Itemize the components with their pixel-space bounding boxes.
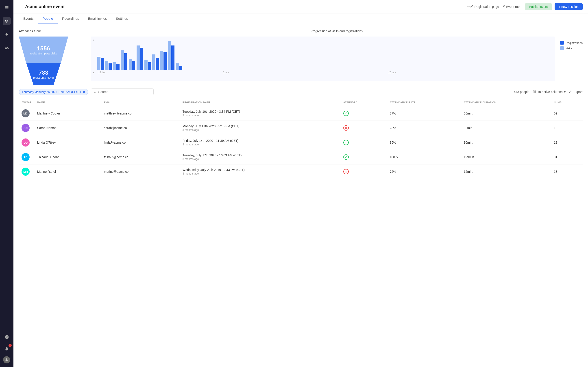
cell-attended: ✕: [341, 165, 387, 179]
cell-duration: 32min.: [461, 121, 551, 135]
cell-attended: ✓: [341, 135, 387, 150]
tab-events[interactable]: Events: [19, 13, 38, 24]
cell-avatar: LO: [19, 135, 34, 150]
bar-reg: [179, 66, 182, 70]
sidebar-lightning-icon[interactable]: [3, 31, 11, 39]
bar-visit: [176, 63, 179, 70]
attended-check-icon: ✓: [343, 154, 349, 160]
chart-legend: Registrations visits: [560, 36, 583, 81]
columns-button[interactable]: 10 active columns ▾: [533, 90, 565, 94]
tab-people[interactable]: People: [38, 13, 58, 24]
tab-recordings[interactable]: Recordings: [58, 13, 84, 24]
cell-email: thibaut@acme.co: [101, 150, 180, 165]
funnel-container: Attendees funnel 1556 registration page …: [19, 29, 82, 81]
search-box[interactable]: [91, 89, 153, 95]
col-rate: ATTENDANCE RATE: [387, 99, 461, 106]
bar-group-8: [152, 54, 159, 70]
user-avatar: MC: [22, 109, 30, 117]
table-toolbar: Thursday, January 7h 2021 - 8:00 AM (CES…: [19, 89, 583, 95]
col-duration: ATTENDANCE DURATION: [461, 99, 551, 106]
table-row: SN Sarah Noman sarah@acme.co Monday, Jul…: [19, 121, 583, 135]
search-input[interactable]: [98, 90, 151, 94]
sidebar-help-icon[interactable]: [3, 333, 11, 341]
search-icon: [94, 90, 97, 93]
cell-rate: 23%: [387, 121, 461, 135]
cell-rate: 100%: [387, 150, 461, 165]
bar-reg: [171, 45, 174, 70]
publish-event-button[interactable]: Publish event: [525, 3, 552, 10]
people-count: 673 people: [514, 90, 529, 94]
cell-reg-date: Monday, July 11th 2020 - 5:18 PM (CET) 3…: [180, 121, 341, 135]
cell-email: sarah@acme.co: [101, 121, 180, 135]
table-section: Thursday, January 7h 2021 - 8:00 AM (CES…: [19, 89, 583, 179]
funnel-bottom-label: registrants (50%): [33, 76, 54, 79]
charts-section: Attendees funnel 1556 registration page …: [19, 29, 583, 81]
chart-container: Progression of visits and registrations …: [91, 29, 583, 81]
funnel-top: 1556 registration page visits: [19, 36, 68, 63]
export-button[interactable]: Export: [569, 90, 583, 94]
x-label-2: 5 janv: [223, 71, 387, 74]
cell-name: Thibaut Dupont: [34, 150, 101, 165]
sidebar-people-icon[interactable]: [3, 44, 11, 52]
bar-group-9: [160, 51, 167, 70]
cell-num: 12: [551, 121, 583, 135]
cell-name: Marine Ranel: [34, 165, 101, 179]
cell-reg-date: Tuesday, July 10th 2020 - 3:34 PM (CET) …: [180, 106, 341, 121]
funnel-top-label: registration page visits: [30, 52, 57, 55]
svg-rect-7: [535, 91, 536, 93]
svg-rect-0: [5, 6, 9, 7]
bar-visit: [136, 45, 140, 70]
new-session-button[interactable]: + new session: [554, 3, 583, 10]
cell-num: 01: [551, 150, 583, 165]
user-avatar[interactable]: [3, 356, 10, 363]
cell-num: 18: [551, 165, 583, 179]
more-options-button[interactable]: ···: [467, 5, 470, 9]
filter-remove-button[interactable]: ✕: [83, 90, 85, 94]
cell-num: 18: [551, 135, 583, 150]
back-button[interactable]: ←: [19, 5, 22, 9]
cell-reg-date: Tuesday, July 17th 2020 - 10:03 AM (CET)…: [180, 150, 341, 165]
bar-visit: [129, 59, 132, 70]
chart-wrapper: 2 0: [91, 36, 583, 81]
cell-avatar: TD: [19, 150, 34, 165]
bar-group-11: [176, 63, 182, 70]
bar-group-1: [97, 57, 104, 70]
legend-visits: visits: [560, 46, 583, 50]
col-name: NAME: [34, 99, 101, 106]
cell-attended: ✓: [341, 106, 387, 121]
tab-email-invites[interactable]: Email invites: [83, 13, 111, 24]
event-room-link[interactable]: Event room: [502, 5, 522, 8]
tab-settings[interactable]: Settings: [111, 13, 133, 24]
bar-group-5: [129, 59, 135, 70]
bar-visit: [97, 57, 101, 70]
x-label-3: 26 janv: [388, 71, 553, 74]
registration-page-link[interactable]: Registration page: [470, 5, 499, 8]
table-right-controls: 673 people 10 active columns ▾ Export: [514, 90, 583, 94]
attended-x-icon: ✕: [343, 125, 349, 131]
svg-point-5: [94, 91, 96, 93]
bar-reg: [163, 52, 167, 70]
sidebar-notification-icon[interactable]: 1: [3, 345, 11, 353]
sidebar-wifi-icon[interactable]: [3, 17, 11, 25]
cell-reg-date: Wednesday, July 20th 2019 - 2:43 PM (CET…: [180, 165, 341, 179]
x-label-1: 15 déc.: [97, 71, 221, 74]
filter-tag[interactable]: Thursday, January 7h 2021 - 8:00 AM (CES…: [19, 89, 88, 95]
svg-line-4: [503, 5, 504, 7]
svg-rect-1: [5, 7, 9, 8]
bar-group-6: [136, 45, 143, 70]
chart-area: 2 0: [91, 36, 555, 81]
bar-group-3: [113, 62, 119, 70]
sidebar-menu-icon[interactable]: [3, 4, 11, 12]
funnel-top-number: 1556: [37, 45, 50, 52]
cell-duration: 129min.: [461, 150, 551, 165]
bar-group-7: [145, 60, 151, 70]
cell-name: Sarah Noman: [34, 121, 101, 135]
bar-group-2: [105, 61, 112, 70]
svg-rect-2: [5, 8, 9, 9]
table-row: LO Linda O'Riley linda@acme.co Friday, J…: [19, 135, 583, 150]
cell-name: Linda O'Riley: [34, 135, 101, 150]
page-title: Acme online event: [25, 4, 465, 9]
topbar-actions: Registration page Event room Publish eve…: [470, 3, 583, 10]
cell-duration: 12min.: [461, 165, 551, 179]
user-avatar: LO: [22, 138, 30, 147]
